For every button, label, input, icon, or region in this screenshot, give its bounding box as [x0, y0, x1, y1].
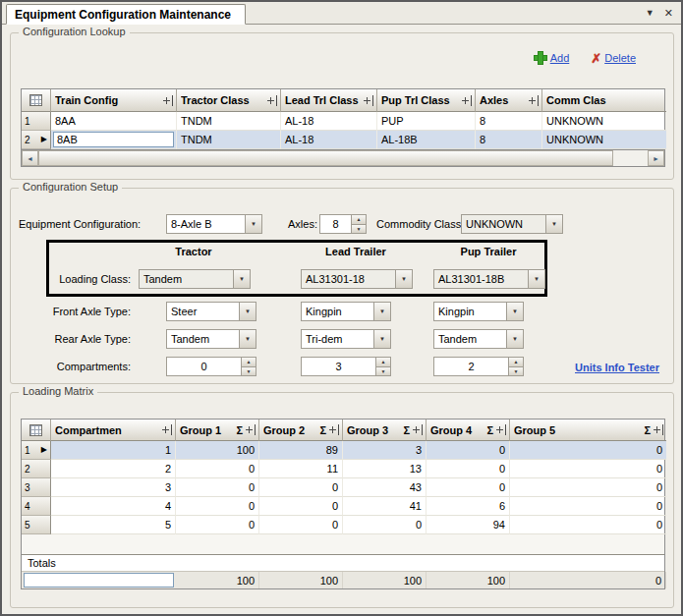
- cell-tractor-class[interactable]: TNDM: [177, 131, 281, 149]
- column-pin-icon[interactable]: [461, 95, 472, 106]
- compartments-lead-trailer-spinner[interactable]: 3 ▲ ▼: [301, 357, 391, 376]
- horizontal-scrollbar[interactable]: ◄ ►: [21, 150, 665, 167]
- customize-columns-button[interactable]: [22, 420, 51, 441]
- customize-columns-button[interactable]: [22, 89, 51, 112]
- loading-class-tractor-select[interactable]: Tandem ▼: [139, 269, 251, 289]
- front-axle-tractor-select[interactable]: Steer ▼: [166, 302, 256, 321]
- cell-group-1[interactable]: 0: [176, 516, 259, 534]
- chevron-down-icon[interactable]: ▼: [373, 330, 390, 348]
- scrollbar-track[interactable]: [613, 150, 648, 166]
- spinner-value[interactable]: 2: [434, 358, 508, 375]
- row-selector[interactable]: 4: [22, 497, 51, 516]
- close-icon[interactable]: ✕: [664, 7, 673, 19]
- cell-group-2[interactable]: 89: [259, 441, 343, 460]
- cell-pup-trl-class[interactable]: PUP: [377, 112, 476, 131]
- delete-button[interactable]: ✗ Delete: [591, 52, 636, 65]
- cell-lead-trl-class[interactable]: AL-18: [281, 131, 377, 149]
- spinner-up-icon[interactable]: ▲: [352, 215, 366, 225]
- cell-group-3[interactable]: 13: [343, 460, 427, 478]
- cell-comm-class[interactable]: UNKNOWN: [542, 112, 666, 131]
- column-pin-icon[interactable]: [162, 95, 173, 106]
- column-pin-icon[interactable]: [245, 424, 256, 435]
- cell-group-3[interactable]: 43: [343, 478, 427, 497]
- column-header-compartment[interactable]: Compartmen: [51, 420, 176, 441]
- row-selector[interactable]: 3: [22, 478, 51, 497]
- matrix-row-4[interactable]: 4 4 0 0 41 6 0: [22, 497, 664, 516]
- column-header-axles[interactable]: Axles: [476, 89, 542, 112]
- spinner-down-icon[interactable]: ▼: [376, 367, 390, 376]
- compartments-tractor-spinner[interactable]: 0 ▲ ▼: [166, 357, 256, 376]
- totals-edit-input[interactable]: [24, 573, 174, 588]
- spinner-up-icon[interactable]: ▲: [242, 358, 256, 367]
- chevron-down-icon[interactable]: ▼: [506, 303, 523, 320]
- row-selector[interactable]: 2: [22, 460, 51, 478]
- column-header-tractor-class[interactable]: Tractor Class: [177, 89, 281, 112]
- cell-group-5[interactable]: 0: [510, 497, 666, 516]
- sum-sigma-icon[interactable]: Σ: [319, 424, 326, 436]
- cell-group-3[interactable]: 0: [343, 516, 427, 534]
- matrix-row-5[interactable]: 5 5 0 0 0 94 0: [22, 516, 664, 534]
- front-axle-pup-trailer-select[interactable]: Kingpin ▼: [433, 302, 524, 321]
- cell-group-5[interactable]: 0: [510, 460, 666, 478]
- cell-train-config[interactable]: 8AA: [51, 112, 177, 131]
- cell-group-4[interactable]: 94: [427, 516, 510, 534]
- chevron-down-icon[interactable]: ▼: [545, 215, 562, 233]
- column-pin-icon[interactable]: [653, 424, 663, 435]
- units-info-tester-link[interactable]: Units Info Tester: [575, 362, 659, 373]
- chevron-down-icon[interactable]: ▼: [245, 215, 261, 233]
- chevron-down-icon[interactable]: ▼: [506, 330, 523, 348]
- axles-spinner[interactable]: 8 ▲ ▼: [319, 214, 367, 234]
- cell-group-2[interactable]: 0: [259, 516, 343, 534]
- row-selector[interactable]: 2 ▶: [22, 131, 51, 149]
- sum-sigma-icon[interactable]: Σ: [403, 424, 410, 436]
- tab-equipment-configuration-maintenance[interactable]: Equipment Configuration Maintenance: [6, 4, 246, 25]
- cell-tractor-class[interactable]: TNDM: [177, 112, 281, 131]
- cell-lead-trl-class[interactable]: AL-18: [281, 112, 377, 131]
- rear-axle-pup-trailer-select[interactable]: Tandem ▼: [433, 329, 524, 349]
- cell-comm-class[interactable]: UNKNOWN: [542, 131, 666, 149]
- column-pin-icon[interactable]: [528, 95, 539, 106]
- cell-group-5[interactable]: 0: [510, 516, 666, 534]
- column-header-pup-trl-class[interactable]: Pup Trl Class: [377, 89, 476, 112]
- equipment-configuration-select[interactable]: 8-Axle B ▼: [166, 214, 262, 234]
- sum-sigma-icon[interactable]: Σ: [644, 424, 651, 436]
- row-selector[interactable]: 5: [22, 516, 51, 534]
- matrix-row-3[interactable]: 3 3 0 0 43 0 0: [22, 478, 664, 497]
- sum-sigma-icon[interactable]: Σ: [236, 424, 243, 436]
- cell-group-2[interactable]: 11: [259, 460, 343, 478]
- column-header-group-5[interactable]: Group 5 Σ: [510, 420, 666, 441]
- cell-group-1[interactable]: 0: [176, 478, 259, 497]
- cell-pup-trl-class[interactable]: AL-18B: [377, 131, 476, 149]
- column-header-group-3[interactable]: Group 3 Σ: [343, 420, 427, 441]
- lookup-row-2-selected[interactable]: 2 ▶ 8AB TNDM AL-18 AL-18B 8 UNKNOWN: [22, 131, 664, 149]
- loading-class-lead-trailer-select[interactable]: AL31301-18 ▼: [301, 269, 413, 289]
- chevron-down-icon[interactable]: ▼: [528, 270, 544, 288]
- cell-compartment[interactable]: 5: [51, 516, 176, 534]
- cell-group-1[interactable]: 0: [176, 497, 259, 516]
- column-header-train-config[interactable]: Train Config: [51, 89, 177, 112]
- cell-compartment[interactable]: 1: [51, 441, 176, 460]
- cell-axles[interactable]: 8: [476, 112, 542, 131]
- front-axle-lead-trailer-select[interactable]: Kingpin ▼: [301, 302, 391, 321]
- commodity-class-select[interactable]: UNKNOWN ▼: [461, 214, 563, 234]
- chevron-down-icon[interactable]: ▼: [233, 270, 250, 288]
- column-header-comm-class[interactable]: Comm Clas: [542, 89, 666, 112]
- matrix-row-1-selected[interactable]: 1 ▶ 1 100 89 3 0 0: [22, 441, 664, 460]
- column-pin-icon[interactable]: [266, 95, 277, 106]
- scrollbar-thumb[interactable]: [38, 150, 613, 166]
- spinner-down-icon[interactable]: ▼: [242, 367, 256, 376]
- train-config-edit-input[interactable]: 8AB: [53, 132, 174, 147]
- add-button[interactable]: Add: [534, 51, 570, 65]
- cell-compartment[interactable]: 2: [51, 460, 176, 478]
- loading-class-pup-trailer-select[interactable]: AL31301-18B ▼: [433, 269, 545, 289]
- cell-group-2[interactable]: 0: [259, 497, 343, 516]
- sum-sigma-icon[interactable]: Σ: [486, 424, 493, 436]
- rear-axle-tractor-select[interactable]: Tandem ▼: [166, 329, 256, 349]
- scroll-right-icon[interactable]: ►: [648, 150, 664, 166]
- scroll-left-icon[interactable]: ◄: [22, 150, 38, 166]
- spinner-value[interactable]: 0: [167, 358, 241, 375]
- cell-train-config-editing[interactable]: 8AB: [51, 131, 177, 149]
- column-header-lead-trl-class[interactable]: Lead Trl Class: [281, 89, 377, 112]
- column-header-group-2[interactable]: Group 2 Σ: [259, 420, 343, 441]
- column-pin-icon[interactable]: [363, 95, 373, 106]
